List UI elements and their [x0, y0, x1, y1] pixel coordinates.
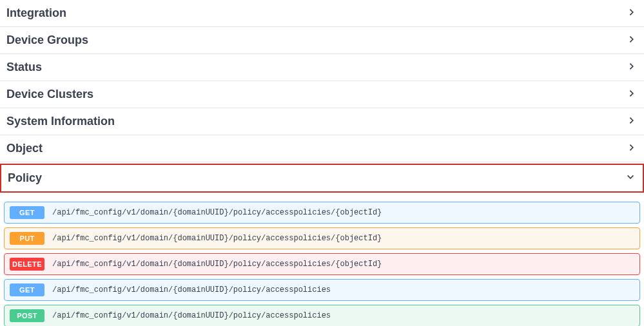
endpoint-row[interactable]: DELETE/api/fmc_config/v1/domain/{domainU… — [4, 253, 640, 275]
section-label: Object — [6, 142, 43, 155]
section-row-system-information[interactable]: System Information — [0, 108, 644, 135]
endpoint-row[interactable]: PUT/api/fmc_config/v1/domain/{domainUUID… — [4, 227, 640, 249]
endpoint-path: /api/fmc_config/v1/domain/{domainUUID}/p… — [52, 311, 331, 320]
section-label: Integration — [6, 6, 66, 20]
section-label: Device Clusters — [6, 88, 93, 101]
chevron-right-icon — [627, 143, 636, 155]
sections-list: IntegrationDevice GroupsStatusDevice Clu… — [0, 0, 644, 193]
endpoint-path: /api/fmc_config/v1/domain/{domainUUID}/p… — [52, 208, 382, 217]
chevron-right-icon — [627, 116, 636, 128]
section-row-status[interactable]: Status — [0, 54, 644, 81]
method-badge-delete: DELETE — [10, 258, 44, 271]
method-badge-post: POST — [10, 309, 44, 322]
chevron-right-icon — [627, 8, 636, 19]
endpoint-row[interactable]: GET/api/fmc_config/v1/domain/{domainUUID… — [4, 279, 640, 301]
section-row-object[interactable]: Object — [0, 135, 644, 162]
chevron-down-icon — [626, 173, 635, 184]
endpoints-list: GET/api/fmc_config/v1/domain/{domainUUID… — [0, 195, 644, 326]
section-label: System Information — [6, 115, 115, 128]
endpoint-row[interactable]: GET/api/fmc_config/v1/domain/{domainUUID… — [4, 202, 640, 224]
method-badge-get: GET — [10, 283, 44, 296]
endpoint-row[interactable]: POST/api/fmc_config/v1/domain/{domainUUI… — [4, 305, 640, 326]
section-label: Status — [6, 61, 42, 74]
method-badge-put: PUT — [10, 232, 44, 245]
endpoint-path: /api/fmc_config/v1/domain/{domainUUID}/p… — [52, 285, 331, 294]
section-row-device-groups[interactable]: Device Groups — [0, 27, 644, 54]
chevron-right-icon — [627, 62, 636, 73]
chevron-right-icon — [627, 89, 636, 101]
section-label: Device Groups — [6, 34, 88, 47]
section-row-integration[interactable]: Integration — [0, 0, 644, 27]
endpoint-path: /api/fmc_config/v1/domain/{domainUUID}/p… — [52, 234, 382, 243]
section-row-device-clusters[interactable]: Device Clusters — [0, 81, 644, 108]
method-badge-get: GET — [10, 206, 44, 219]
section-label: Policy — [8, 171, 42, 185]
section-row-policy[interactable]: Policy — [0, 164, 644, 193]
endpoint-path: /api/fmc_config/v1/domain/{domainUUID}/p… — [52, 260, 382, 269]
chevron-right-icon — [627, 35, 636, 46]
